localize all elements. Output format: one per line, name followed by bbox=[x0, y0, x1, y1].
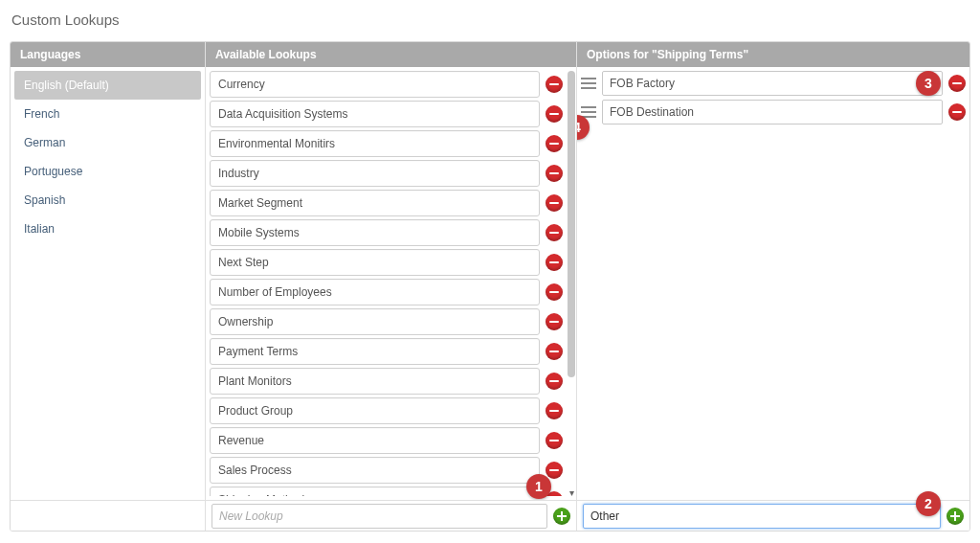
add-lookup-button[interactable] bbox=[553, 508, 570, 525]
lookup-row: Industry bbox=[210, 160, 563, 187]
lookups-header: Available Lookups bbox=[206, 42, 576, 67]
delete-lookup-button[interactable] bbox=[546, 135, 563, 152]
annotation-2: 2 bbox=[916, 491, 941, 516]
language-item[interactable]: Italian bbox=[14, 215, 201, 243]
minus-icon bbox=[549, 143, 559, 146]
lookup-row: Sales Process bbox=[210, 457, 563, 484]
plus-icon bbox=[950, 511, 960, 521]
lookup-row: Next Step bbox=[210, 249, 563, 276]
page-title: Custom Lookups bbox=[11, 11, 970, 28]
languages-header: Languages bbox=[11, 42, 205, 67]
delete-lookup-button[interactable] bbox=[546, 283, 563, 301]
plus-icon bbox=[557, 511, 567, 521]
delete-lookup-button[interactable] bbox=[546, 105, 563, 123]
lookup-row: Shipping Method bbox=[210, 486, 563, 496]
minus-icon bbox=[952, 111, 962, 114]
minus-icon bbox=[549, 321, 559, 324]
minus-icon bbox=[549, 380, 559, 383]
delete-option-button[interactable] bbox=[948, 75, 966, 92]
delete-lookup-button[interactable] bbox=[546, 402, 563, 419]
options-header: Options for "Shipping Terms" bbox=[577, 42, 969, 67]
delete-lookup-button[interactable] bbox=[546, 343, 563, 360]
minus-icon bbox=[549, 440, 559, 442]
minus-icon bbox=[952, 82, 962, 85]
annotation-3: 3 bbox=[916, 71, 941, 96]
delete-lookup-button[interactable] bbox=[546, 462, 563, 479]
minus-icon bbox=[549, 83, 559, 86]
footer-lang-cell bbox=[11, 501, 206, 531]
footer-lookups-cell bbox=[206, 501, 577, 531]
lookup-row: Number of Employees bbox=[210, 279, 563, 305]
lookup-row: Environmental Monitirs bbox=[210, 130, 563, 157]
lookup-item[interactable]: Industry bbox=[210, 160, 540, 187]
language-item[interactable]: French bbox=[14, 100, 201, 128]
options-column: Options for "Shipping Terms" 3 4 bbox=[577, 42, 969, 500]
languages-body: English (Default)FrenchGermanPortugueseS… bbox=[11, 67, 205, 500]
languages-column: Languages English (Default)FrenchGermanP… bbox=[11, 42, 206, 500]
delete-lookup-button[interactable] bbox=[546, 224, 563, 241]
lookup-container: Languages English (Default)FrenchGermanP… bbox=[10, 41, 970, 532]
lookup-row: Data Acquisition Systems bbox=[210, 101, 563, 127]
minus-icon bbox=[549, 351, 559, 353]
minus-icon bbox=[549, 291, 559, 294]
delete-option-button[interactable] bbox=[948, 103, 966, 121]
scrollbar-down-arrow[interactable]: ▾ bbox=[567, 487, 576, 497]
scrollbar[interactable]: ▾ bbox=[568, 71, 575, 496]
delete-lookup-button[interactable] bbox=[546, 373, 563, 390]
lookup-item[interactable]: Plant Monitors bbox=[210, 368, 540, 395]
scrollbar-thumb[interactable] bbox=[568, 71, 575, 377]
lookups-body: CurrencyData Acquisition SystemsEnvironm… bbox=[206, 67, 576, 500]
lookup-item[interactable]: Environmental Monitirs bbox=[210, 130, 540, 157]
minus-icon bbox=[549, 469, 559, 472]
lookup-item[interactable]: Ownership bbox=[210, 308, 540, 335]
minus-icon bbox=[549, 261, 559, 264]
lookup-row: Payment Terms bbox=[210, 338, 563, 365]
lookup-item[interactable]: Product Group bbox=[210, 397, 540, 424]
lookup-item[interactable]: Revenue bbox=[210, 427, 540, 454]
language-item[interactable]: English (Default) bbox=[14, 71, 201, 100]
lookup-item[interactable]: Data Acquisition Systems bbox=[210, 101, 540, 127]
lookup-item[interactable]: Number of Employees bbox=[210, 279, 540, 305]
delete-lookup-button[interactable] bbox=[546, 194, 563, 212]
minus-icon bbox=[549, 113, 559, 116]
option-input[interactable] bbox=[602, 71, 943, 96]
minus-icon bbox=[549, 202, 559, 205]
delete-lookup-button[interactable] bbox=[546, 313, 563, 330]
lookup-row: Ownership bbox=[210, 308, 563, 335]
minus-icon bbox=[549, 172, 559, 175]
new-option-input[interactable] bbox=[583, 504, 941, 529]
option-row bbox=[581, 100, 966, 124]
drag-handle-icon[interactable] bbox=[581, 77, 596, 90]
footer-options-cell: 2 bbox=[577, 501, 969, 531]
add-option-button[interactable] bbox=[947, 508, 964, 525]
lookup-item[interactable]: Market Segment bbox=[210, 190, 540, 216]
option-input[interactable] bbox=[602, 100, 943, 124]
lookup-row: Plant Monitors bbox=[210, 368, 563, 395]
lookups-column: Available Lookups CurrencyData Acquisiti… bbox=[206, 42, 577, 500]
language-item[interactable]: Spanish bbox=[14, 186, 201, 215]
options-body: 3 4 bbox=[577, 67, 969, 500]
lookup-row: Mobile Systems bbox=[210, 219, 563, 246]
lookup-row: Currency bbox=[210, 71, 563, 98]
minus-icon bbox=[549, 232, 559, 235]
lookup-item[interactable]: Shipping Method bbox=[210, 486, 540, 496]
lookup-row: Revenue bbox=[210, 427, 563, 454]
language-item[interactable]: German bbox=[14, 128, 201, 157]
delete-lookup-button[interactable] bbox=[546, 165, 563, 182]
lookup-row: Market Segment bbox=[210, 190, 563, 216]
lookup-item[interactable]: Next Step bbox=[210, 249, 540, 276]
delete-lookup-button[interactable] bbox=[546, 432, 563, 449]
option-row bbox=[581, 71, 966, 96]
lookup-item[interactable]: Mobile Systems bbox=[210, 219, 540, 246]
language-item[interactable]: Portuguese bbox=[14, 157, 201, 186]
lookup-row: Product Group bbox=[210, 397, 563, 424]
footer-row: 2 bbox=[11, 500, 969, 531]
annotation-1: 1 bbox=[526, 474, 551, 499]
delete-lookup-button[interactable] bbox=[546, 254, 563, 271]
lookup-item[interactable]: Payment Terms bbox=[210, 338, 540, 365]
new-lookup-input[interactable] bbox=[212, 504, 547, 529]
lookup-item[interactable]: Currency bbox=[210, 71, 540, 98]
delete-lookup-button[interactable] bbox=[546, 76, 563, 93]
minus-icon bbox=[549, 410, 559, 413]
lookup-item[interactable]: Sales Process bbox=[210, 457, 540, 484]
